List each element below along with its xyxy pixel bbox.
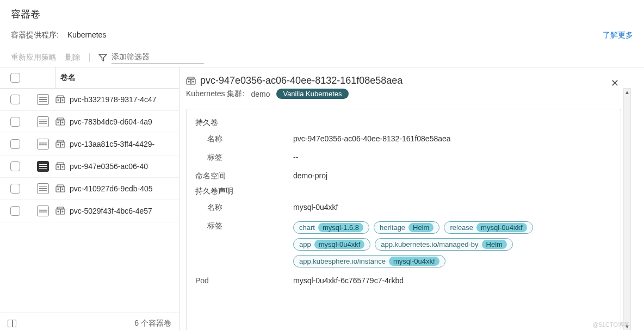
label-tag: heritageHelm — [374, 221, 439, 234]
learn-more-link[interactable]: 了解更多 — [603, 30, 633, 40]
svg-point-34 — [193, 81, 194, 82]
tag-key: app — [299, 240, 311, 248]
svg-point-33 — [188, 81, 189, 82]
tag-value: mysql-0u4xkf — [476, 223, 527, 232]
svg-point-3 — [58, 99, 59, 101]
table-row[interactable]: pvc-783b4dc9-d604-4a9 — [0, 111, 179, 133]
tag-key: release — [450, 223, 473, 232]
volume-icon — [55, 95, 65, 104]
volume-icon — [55, 117, 65, 126]
details-icon[interactable] — [37, 183, 49, 194]
row-checkbox[interactable] — [10, 139, 20, 149]
tag-value: mysql-0u4xkf — [314, 240, 365, 249]
toolbar: 重新应用策略 删除 添加筛选器 — [0, 47, 644, 67]
filter-input[interactable]: 添加筛选器 — [112, 51, 204, 64]
table-footer: 6 个容器卷 — [0, 313, 179, 330]
cluster-value: demo — [251, 90, 270, 98]
pvc-tag-label: 标签 — [195, 221, 293, 267]
select-all-checkbox[interactable] — [10, 73, 20, 83]
namespace-value: demo-proj — [293, 171, 612, 181]
volume-table: 卷名 pvc-b3321978-9317-4c47 — [0, 67, 179, 330]
cluster-label: Kubernetes 集群: — [186, 89, 244, 99]
pod-label: Pod — [195, 276, 293, 285]
details-icon[interactable] — [37, 116, 49, 127]
table-row[interactable]: pvc-410927d6-9edb-405 — [0, 178, 179, 200]
volume-name: pvc-13aa81c5-3ff4-4429- — [70, 140, 154, 148]
label-tag: appmysql-0u4xkf — [293, 238, 370, 251]
volume-icon — [55, 140, 65, 148]
svg-point-23 — [58, 189, 59, 190]
details-icon[interactable] — [37, 94, 49, 105]
pod-value: mysql-0u4xkf-6c765779c7-4rkbd — [293, 276, 612, 285]
svg-point-24 — [62, 189, 63, 190]
row-checkbox[interactable] — [10, 206, 20, 216]
pv-tag-label: 标签 — [195, 153, 293, 163]
page-title: 容器卷 — [0, 0, 644, 28]
pv-tag-value: -- — [293, 153, 612, 163]
volume-icon — [55, 184, 65, 193]
svg-point-8 — [58, 122, 59, 123]
table-header: 卷名 — [0, 67, 179, 89]
label-tag: releasemysql-0u4xkf — [444, 221, 532, 234]
close-icon[interactable]: ✕ — [611, 77, 619, 89]
tag-key: heritage — [380, 223, 405, 232]
pvc-tags: chartmysql-1.6.8heritageHelmreleasemysql… — [293, 221, 612, 267]
tag-value: Helm — [408, 223, 434, 232]
scrollbar[interactable]: ▲ ▼ — [623, 88, 631, 330]
column-header-name[interactable]: 卷名 — [55, 67, 179, 88]
svg-point-29 — [62, 211, 63, 212]
volume-icon — [55, 162, 65, 171]
reapply-policy-button[interactable]: 重新应用策略 — [11, 53, 57, 63]
svg-point-13 — [58, 144, 59, 145]
delete-button[interactable]: 删除 — [65, 53, 81, 63]
watermark: @51CTO博客 — [593, 321, 630, 329]
volume-icon — [55, 207, 65, 215]
section-pvc-title: 持久卷声明 — [195, 186, 612, 196]
tag-value: mysql-1.6.8 — [318, 223, 363, 232]
filter-icon[interactable] — [98, 54, 107, 61]
label-tag: chartmysql-1.6.8 — [293, 221, 369, 234]
svg-point-18 — [58, 166, 59, 167]
svg-point-28 — [58, 211, 59, 212]
details-icon[interactable] — [37, 161, 49, 172]
pvc-name-label: 名称 — [195, 203, 293, 213]
cluster-type-badge: Vanilla Kubernetes — [276, 89, 348, 99]
svg-point-14 — [62, 144, 63, 145]
volume-name: pvc-410927d6-9edb-405 — [70, 184, 153, 193]
table-row[interactable]: pvc-b3321978-9317-4c47 — [0, 89, 179, 111]
tag-key: app.kubesphere.io/instance — [299, 257, 386, 265]
provider-row: 容器提供程序: Kubernetes 了解更多 — [0, 28, 644, 47]
svg-point-19 — [62, 166, 63, 167]
volume-name: pvc-947e0356-ac06-40 — [70, 162, 148, 171]
volume-icon — [186, 77, 196, 85]
svg-point-4 — [62, 99, 63, 101]
scroll-up-icon[interactable]: ▲ — [624, 89, 630, 96]
detail-panel: pvc-947e0356-ac06-40ee-8132-161f08e58aea… — [179, 67, 644, 330]
volume-name: pvc-783b4dc9-d604-4a9 — [70, 117, 152, 126]
label-tag: app.kubesphere.io/instancemysql-0u4xkf — [293, 255, 445, 267]
table-row[interactable]: pvc-5029f43f-4bc6-4e57 — [0, 200, 179, 222]
tag-key: chart — [299, 223, 315, 232]
label-tag: app.kubernetes.io/managed-byHelm — [375, 238, 513, 251]
tag-key: app.kubernetes.io/managed-by — [381, 240, 478, 248]
row-checkbox[interactable] — [10, 161, 20, 171]
table-row[interactable]: pvc-947e0356-ac06-40 — [0, 155, 179, 178]
provider-value: Kubernetes — [67, 30, 107, 39]
table-count: 6 个容器卷 — [134, 319, 171, 328]
details-icon[interactable] — [37, 139, 49, 150]
detail-body: 持久卷 名称 pvc-947e0356-ac06-40ee-8132-161f0… — [186, 109, 621, 330]
volume-name: pvc-b3321978-9317-4c47 — [70, 95, 157, 104]
section-pv-title: 持久卷 — [195, 118, 612, 128]
pv-name-value: pvc-947e0356-ac06-40ee-8132-161f08e58aea — [293, 134, 612, 144]
svg-point-9 — [62, 122, 63, 123]
provider-label: 容器提供程序: — [11, 30, 59, 39]
details-icon[interactable] — [37, 206, 49, 216]
detail-title: pvc-947e0356-ac06-40ee-8132-161f08e58aea — [200, 75, 403, 86]
namespace-label: 命名空间 — [195, 171, 293, 181]
row-checkbox[interactable] — [10, 184, 20, 194]
row-checkbox[interactable] — [10, 117, 20, 127]
table-row[interactable]: pvc-13aa81c5-3ff4-4429- — [0, 133, 179, 155]
pvc-name-value: mysql-0u4xkf — [293, 203, 612, 213]
row-checkbox[interactable] — [10, 95, 20, 104]
column-settings-icon[interactable] — [8, 320, 16, 327]
